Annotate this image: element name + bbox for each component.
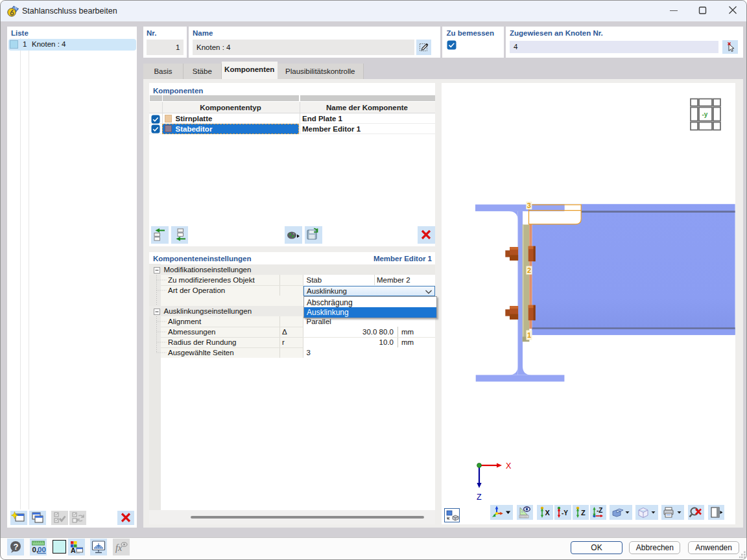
svg-text:?: ?	[13, 542, 18, 552]
svg-text:X: X	[506, 461, 512, 471]
svg-text:-y: -y	[702, 110, 708, 117]
svg-text:X: X	[545, 509, 550, 517]
svg-text:3: 3	[527, 202, 531, 209]
svg-text:2: 2	[527, 266, 531, 274]
svg-text:Z: Z	[477, 493, 482, 502]
svg-text:-Y: -Y	[562, 509, 568, 517]
svg-text:00: 00	[38, 546, 46, 554]
svg-text:A: A	[71, 546, 76, 554]
svg-text:-Z: -Z	[597, 507, 602, 514]
svg-text:1: 1	[527, 331, 531, 339]
svg-text:Z: Z	[581, 509, 586, 517]
